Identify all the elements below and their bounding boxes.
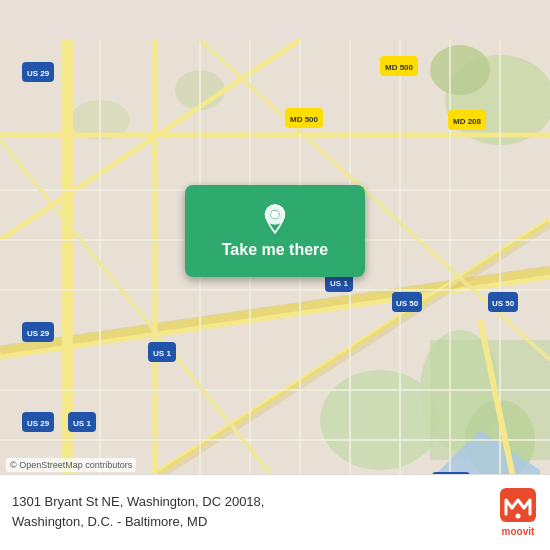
- location-pin-icon: [261, 203, 289, 235]
- address-line2: Washington, D.C. - Baltimore, MD: [12, 512, 484, 532]
- moovit-logo-block: moovit: [498, 486, 538, 537]
- svg-text:US 1: US 1: [330, 279, 348, 288]
- moovit-label: moovit: [502, 526, 535, 537]
- svg-text:US 29: US 29: [27, 69, 50, 78]
- svg-text:US 50: US 50: [492, 299, 515, 308]
- svg-text:MD 208: MD 208: [453, 117, 482, 126]
- address-line1: 1301 Bryant St NE, Washington, DC 20018,: [12, 492, 484, 512]
- svg-text:MD 500: MD 500: [290, 115, 319, 124]
- copyright-text: © OpenStreetMap contributors: [10, 460, 132, 470]
- svg-point-64: [516, 514, 521, 519]
- svg-text:US 1: US 1: [153, 349, 171, 358]
- svg-point-62: [271, 210, 279, 218]
- svg-text:US 50: US 50: [396, 299, 419, 308]
- moovit-icon: [498, 486, 538, 524]
- map-container: Washington US 29 US 29 US 29 MD 500 MD 5…: [0, 0, 550, 550]
- svg-point-6: [430, 45, 490, 95]
- svg-text:US 29: US 29: [27, 329, 50, 338]
- take-me-there-button[interactable]: Take me there: [185, 185, 365, 277]
- svg-text:US 29: US 29: [27, 419, 50, 428]
- button-label: Take me there: [222, 241, 328, 259]
- svg-text:MD 500: MD 500: [385, 63, 414, 72]
- copyright-notice: © OpenStreetMap contributors: [6, 458, 136, 472]
- address-block: 1301 Bryant St NE, Washington, DC 20018,…: [12, 492, 484, 531]
- svg-text:US 1: US 1: [73, 419, 91, 428]
- bottom-panel: 1301 Bryant St NE, Washington, DC 20018,…: [0, 474, 550, 550]
